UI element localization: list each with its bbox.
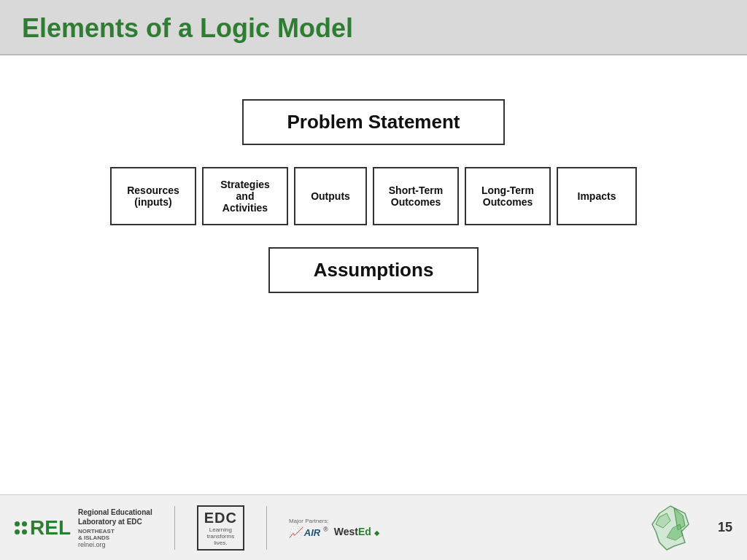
map-icon	[645, 502, 696, 553]
rel-info: Regional EducationalLaboratory at EDC NO…	[78, 508, 152, 548]
rel-ne-label: NORTHEAST& ISLANDS	[78, 528, 152, 541]
edc-text: EDC	[204, 510, 237, 526]
wested-logo: WestEd ◆	[334, 526, 379, 537]
slide-header: Elements of a Logic Model	[0, 0, 747, 55]
svg-marker-0	[652, 506, 689, 550]
edc-logo-box: EDC Learningtransformslives.	[197, 505, 244, 551]
slide-title: Elements of a Logic Model	[22, 13, 353, 43]
longterm-label: Long-TermOutcomes	[481, 184, 534, 208]
logic-box-outputs: Outputs	[294, 167, 367, 225]
main-content: Problem Statement Resources(inputs) Stra…	[0, 55, 747, 315]
page-number: 15	[718, 520, 732, 535]
rel-title: Regional EducationalLaboratory at EDC	[78, 508, 152, 526]
logic-model-row: Resources(inputs) StrategiesandActivitie…	[110, 167, 637, 225]
footer-divider-2	[266, 506, 267, 550]
resources-label: Resources(inputs)	[127, 184, 179, 208]
assumptions-label: Assumptions	[314, 259, 434, 281]
partners-logos-row: 📈 AIR ® WestEd ◆	[289, 526, 379, 538]
problem-statement-label: Problem Statement	[287, 111, 460, 133]
problem-statement-box: Problem Statement	[242, 99, 506, 145]
impacts-label: Impacts	[578, 190, 616, 202]
logic-box-strategies: StrategiesandActivities	[202, 167, 288, 225]
footer-divider	[174, 506, 175, 550]
rel-dot	[22, 521, 27, 526]
major-partners-label: Major Partners:	[289, 518, 329, 524]
strategies-label: StrategiesandActivities	[220, 179, 270, 214]
edc-logo: EDC Learningtransformslives.	[197, 505, 244, 551]
logic-box-resources: Resources(inputs)	[110, 167, 196, 225]
edc-tagline: Learningtransformslives.	[206, 526, 234, 546]
assumptions-box: Assumptions	[268, 247, 479, 293]
rel-acronym: REL	[30, 518, 71, 538]
rel-dot	[15, 521, 20, 526]
rel-website: relnei.org	[78, 541, 152, 548]
rel-dot	[15, 529, 20, 534]
shortterm-label: Short-TermOutcomes	[389, 184, 443, 208]
rel-logo: REL Regional EducationalLaboratory at ED…	[15, 508, 152, 548]
major-partners: Major Partners: 📈 AIR ® WestEd ◆	[289, 518, 379, 538]
outputs-label: Outputs	[311, 190, 350, 202]
air-logo: 📈 AIR ®	[289, 526, 328, 538]
logic-box-shortterm: Short-TermOutcomes	[373, 167, 459, 225]
rel-dot	[22, 529, 27, 534]
logic-box-longterm: Long-TermOutcomes	[465, 167, 551, 225]
footer: REL Regional EducationalLaboratory at ED…	[0, 494, 747, 560]
logic-box-impacts: Impacts	[557, 167, 637, 225]
